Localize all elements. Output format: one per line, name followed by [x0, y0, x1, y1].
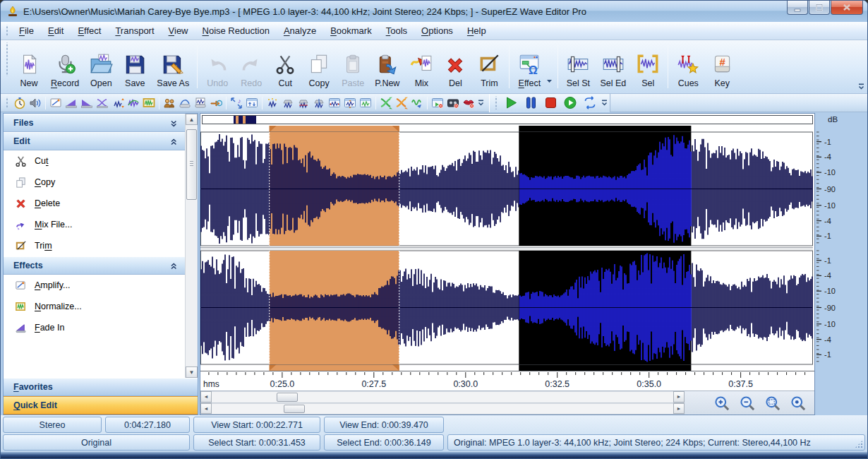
open-button[interactable]: Open [84, 42, 118, 91]
mix-file-item[interactable]: Mix File... [4, 214, 185, 235]
waveform-display[interactable] [200, 126, 813, 371]
effect-button[interactable]: ΩEffect [512, 42, 546, 91]
scrollbar-thumb[interactable] [284, 405, 305, 414]
toolbar-grip[interactable] [494, 96, 498, 109]
scroll-right-button[interactable]: ► [673, 391, 685, 403]
stopwatch-icon[interactable] [12, 95, 28, 111]
preview-window-icon[interactable] [430, 95, 445, 111]
spectral-edit-c-icon[interactable] [358, 95, 373, 111]
pause-button[interactable] [521, 95, 541, 111]
spectral-edit-b-icon[interactable] [342, 95, 358, 111]
zoom-out-button[interactable] [738, 395, 757, 412]
noise-reduction-c-icon[interactable] [311, 95, 327, 111]
cues-button[interactable]: Cues [671, 42, 705, 91]
save-button[interactable]: Save [118, 42, 152, 91]
crossfade-icon[interactable] [95, 95, 110, 111]
scroll-down-button[interactable]: ▼ [186, 366, 198, 378]
stop-button[interactable] [541, 95, 560, 111]
amplify-item[interactable]: Amplify... [4, 275, 185, 296]
sel-st-button[interactable]: Sel St [561, 42, 595, 91]
vibrato-icon[interactable] [409, 95, 425, 111]
speaker-volume-icon[interactable] [28, 95, 43, 111]
zoom-in-button[interactable] [713, 395, 731, 412]
effect-dropdown-arrow[interactable] [546, 42, 555, 91]
toolbar-overflow-button[interactable] [857, 83, 865, 90]
menubar-grip[interactable] [5, 25, 9, 37]
scroll-left-button[interactable]: ◄ [200, 391, 212, 403]
cut-button[interactable]: Cut [268, 42, 302, 91]
file-overview-bar[interactable] [202, 115, 813, 124]
menu-effect[interactable]: Effect [71, 23, 108, 39]
trim-button[interactable]: Trim [472, 42, 506, 91]
new-button[interactable]: New [12, 42, 46, 91]
scroll-left-button[interactable]: ◄ [200, 403, 212, 415]
fade-out-icon[interactable] [79, 95, 95, 111]
normalize-icon[interactable] [141, 95, 157, 111]
voice-remove-icon[interactable] [461, 95, 476, 111]
menu-options[interactable]: Options [414, 23, 460, 39]
normalize-item[interactable]: Normalize... [4, 296, 185, 317]
panel-header-edit[interactable]: Edit [4, 132, 185, 150]
swap-channels-icon[interactable] [378, 95, 394, 111]
panel-header-effects[interactable]: Effects [4, 256, 185, 275]
tab-favorites[interactable]: Favorites [4, 378, 198, 396]
envelope-icon[interactable] [126, 95, 141, 111]
volume-adjust-icon[interactable] [244, 95, 260, 111]
copy-item[interactable]: Copy [4, 172, 185, 193]
panel-header-files[interactable]: Files [4, 114, 185, 132]
copy-button[interactable]: Copy [302, 42, 336, 91]
toolbar-grip[interactable] [5, 42, 9, 76]
scroll-up-button[interactable]: ▲ [186, 114, 198, 125]
toolbar-overflow-button[interactable] [476, 95, 485, 111]
loop-button[interactable] [580, 95, 600, 111]
play-button[interactable] [501, 95, 521, 111]
scrollbar-thumb[interactable] [186, 129, 197, 200]
bounce-channels-icon[interactable] [394, 95, 409, 111]
window-wave-icon[interactable] [193, 95, 208, 111]
p-new-button[interactable]: P.New [370, 42, 404, 91]
zoom-all-button[interactable] [789, 395, 807, 412]
app-icon[interactable] [6, 5, 19, 18]
menu-noise-reduction[interactable]: Noise Reduction [195, 23, 277, 39]
delete-item[interactable]: Delete [4, 193, 185, 214]
toolbar-overflow-button[interactable] [600, 95, 608, 111]
collapse-chevron-icon[interactable] [170, 262, 178, 270]
play-all-button[interactable] [560, 95, 580, 111]
minimize-button[interactable] [787, 1, 808, 15]
trim-item[interactable]: Trim [4, 235, 185, 256]
tape-off-icon[interactable] [445, 95, 461, 111]
record-button[interactable]: Record [46, 42, 84, 91]
collapse-chevron-icon[interactable] [170, 138, 178, 145]
fade-in-icon[interactable] [64, 95, 79, 111]
scroll-right-button[interactable]: ► [673, 403, 685, 415]
h-scrollbar-bottom[interactable]: ◄► [200, 403, 685, 415]
menu-edit[interactable]: Edit [41, 23, 71, 39]
toolbar-grip[interactable] [5, 97, 9, 109]
key-button[interactable]: #Key [705, 42, 739, 91]
del-button[interactable]: Del [438, 42, 472, 91]
h-scrollbar-top[interactable]: ◄► [200, 391, 685, 403]
compressor-icon[interactable] [177, 95, 193, 111]
time-stretch-icon[interactable]: ♪ [229, 95, 244, 111]
menu-view[interactable]: View [162, 23, 195, 39]
fade-in-item[interactable]: Fade In [4, 317, 185, 338]
menu-file[interactable]: File [12, 23, 41, 39]
menu-bookmark[interactable]: Bookmark [323, 23, 379, 39]
tab-quick-edit[interactable]: Quick Edit [4, 396, 198, 415]
sel-ed-button[interactable]: Sel Ed [595, 42, 631, 91]
sidebar-scrollbar[interactable]: ▲ ▼ [185, 114, 198, 378]
close-button[interactable] [831, 1, 863, 15]
menu-tools[interactable]: Tools [379, 23, 414, 39]
amplify-icon[interactable] [48, 95, 64, 111]
time-ruler[interactable]: hms0:25.00:27.50:30.00:32.50:35.00:37.5 [200, 371, 814, 391]
scrollbar-track[interactable] [186, 125, 198, 366]
scrollbar-thumb[interactable] [277, 393, 298, 402]
spectral-edit-a-icon[interactable] [327, 95, 342, 111]
mix-button[interactable]: Mix [404, 42, 438, 91]
zoom-selection-button[interactable] [764, 395, 782, 412]
expand-chevron-icon[interactable] [170, 119, 178, 127]
resize-grip[interactable] [855, 440, 863, 448]
save-as-button[interactable]: Save As [152, 42, 194, 91]
insert-audio-icon[interactable] [208, 95, 224, 111]
normalize-vertical-icon[interactable] [110, 95, 126, 111]
